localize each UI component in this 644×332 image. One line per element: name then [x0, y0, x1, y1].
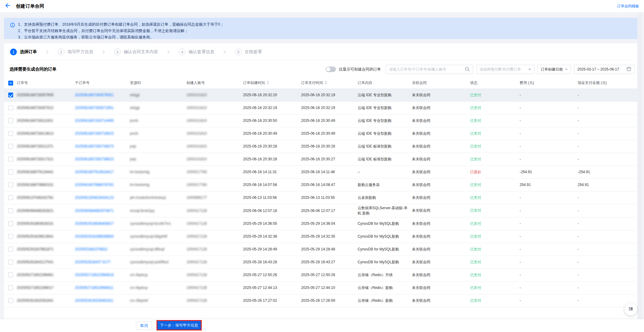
column-header: 费用 (元): [508, 78, 568, 89]
status-badge-td: 已支付: [470, 140, 508, 153]
sub-order-link-td: 2025061304816434123: [75, 191, 130, 204]
cash-amount-cell-td: -: [568, 153, 640, 166]
order-no-cell-td: 202505291837881871: [17, 243, 75, 256]
order-content-cell: --: [358, 170, 360, 174]
order-content-cell-td: 云端 IDE 标准型新购: [358, 153, 412, 166]
row-checkbox[interactable]: [8, 144, 13, 149]
related-contract-cell-td: 未关联合同: [412, 243, 470, 256]
paid-time-cell: 2025-05-27 12:50:26: [301, 273, 335, 277]
sub-order-link[interactable]: 2025052818437 8177: [75, 260, 111, 264]
column-settings-button[interactable]: [624, 303, 637, 316]
row-checkbox[interactable]: [8, 157, 13, 162]
date-field-select[interactable]: 订单创建日期: [537, 65, 571, 74]
paid-time-cell-td: 2025-06-16 20:32:19: [301, 89, 358, 101]
row-checkbox-cell: [4, 243, 17, 256]
back-button[interactable]: [5, 3, 10, 9]
order-no-cell-td: 202505261832081841: [17, 294, 75, 307]
sub-order-link[interactable]: 2025061807888078782: [75, 183, 114, 187]
related-contract-cell-td: 未关联合同: [412, 268, 470, 281]
sub-order-link[interactable]: 2025052718522984818: [75, 273, 114, 277]
filters: 仅显示可创建合同的订单 请输入订单号/子订单号/创建人账号 请选择预付费/后付费…: [326, 65, 635, 74]
sub-order-link[interactable]: 2025060684882974871: [75, 209, 114, 213]
date-field-label: 订单创建日期: [541, 67, 563, 72]
row-checkbox[interactable]: [8, 170, 13, 174]
column-header: 现金支付金额 (元): [568, 78, 640, 89]
resource-id-cell-td: edsjgl: [130, 101, 186, 114]
cash-amount-cell: -: [578, 221, 579, 226]
row-checkbox[interactable]: [8, 247, 13, 252]
sub-order-link[interactable]: 2025061807913618417: [75, 170, 114, 174]
creator-cell: 1000417128: [186, 234, 207, 239]
order-no-cell-td: 202506168726317321: [17, 153, 75, 166]
sub-order-link[interactable]: 2025061304816434123: [75, 195, 114, 200]
creator-cell: 1000101810: [186, 131, 207, 136]
row-checkbox[interactable]: [8, 118, 13, 123]
sub-order-link[interactable]: 2025052918288838883: [75, 234, 114, 239]
sub-order-link[interactable]: 2025061687263734673: [75, 144, 114, 148]
row-checkbox[interactable]: [8, 221, 13, 226]
sort-icon[interactable]: [325, 81, 327, 86]
order-no-cell: 202506168726313613: [17, 131, 53, 136]
order-no-cell: 202505291883828231: [17, 221, 53, 226]
fee-cell: -: [520, 157, 521, 161]
created-time-cell-td: 2025-06-16 20:30:50: [243, 114, 301, 127]
row-checkbox[interactable]: [8, 105, 13, 110]
resource-id-cell: lm-livetomig: [130, 183, 149, 187]
row-checkbox[interactable]: [8, 182, 13, 187]
fee-type-select[interactable]: 请选择预付费/后付费订单: [476, 65, 534, 74]
row-checkbox[interactable]: [8, 260, 13, 265]
order-no-cell-td: 202505271852298481: [17, 268, 75, 281]
table-row: 2025061687263575222025061687263571851eds…: [4, 101, 640, 114]
row-checkbox[interactable]: [8, 234, 13, 239]
row-checkbox[interactable]: [8, 93, 13, 97]
header-checkbox[interactable]: [8, 81, 13, 86]
cancel-button[interactable]: 取消: [136, 322, 152, 330]
cash-amount-cell-td: -: [568, 127, 640, 140]
related-contract-cell: 未关联合同: [412, 286, 430, 290]
resource-id-cell: pvcfc: [130, 131, 138, 136]
sub-order-link[interactable]: 2025061687263579051: [75, 93, 114, 97]
sub-order-link[interactable]: 2025061687263718623: [75, 131, 114, 136]
sub-order-link[interactable]: 2025061687263571851: [75, 106, 114, 110]
row-checkbox[interactable]: [8, 285, 13, 290]
next-step-button[interactable]: 下一步：填写甲方信息: [157, 321, 201, 330]
creator-cell-td: 1000417128: [186, 281, 243, 294]
paid-time-cell: 2025-05-26 17:26:59: [301, 298, 335, 303]
sub-order-link[interactable]: 2025052718523984811: [75, 286, 113, 290]
sub-order-link[interactable]: 2025061687263738623: [75, 157, 114, 161]
row-checkbox[interactable]: [8, 272, 13, 277]
order-no-cell: 202506168726317321: [17, 157, 53, 161]
sub-order-link[interactable]: 2025061687263714495: [75, 119, 114, 123]
search-icon[interactable]: [465, 67, 470, 72]
related-contract-cell-td: 未关联合同: [412, 89, 470, 101]
paid-time-cell: 2025-06-16 20:30:49: [301, 119, 335, 123]
order-content-cell: 云存储（Redis）新购: [358, 298, 393, 303]
resource-id-cell-td: crs-9qxkcp: [130, 268, 186, 281]
creator-cell-td: 1000898177: [186, 191, 243, 204]
row-checkbox-cell: [4, 140, 17, 153]
page-scrollbar[interactable]: [637, 12, 642, 332]
search-input[interactable]: 请输入订单号/子订单号/创建人账号: [386, 65, 473, 74]
sort-icon[interactable]: [267, 81, 269, 86]
related-contract-cell-td: 未关联合同: [412, 140, 470, 153]
step-chevron-icon: [223, 50, 226, 54]
related-contract-cell: 未关联合同: [412, 93, 430, 97]
sub-order-link[interactable]: 2025052618328481811: [75, 298, 113, 303]
row-checkbox[interactable]: [8, 195, 13, 200]
fee-cell: -: [520, 221, 521, 226]
order-contract-template-link[interactable]: 订单合同模板: [617, 4, 639, 9]
cash-amount-cell: -: [578, 260, 579, 264]
row-checkbox[interactable]: [8, 208, 13, 213]
date-range-picker[interactable]: 2025-03-17 ~ 2025-06-17: [574, 65, 635, 74]
column-header-label: 关联合同: [412, 81, 427, 85]
created-time-cell-td: 2025-06-16 20:30:28: [243, 153, 301, 166]
row-checkbox[interactable]: [8, 298, 13, 303]
order-content-cell-td: 云端 IDE 专业型新购: [358, 127, 412, 140]
row-checkbox[interactable]: [8, 131, 13, 136]
show-creatable-only-toggle[interactable]: [326, 67, 336, 72]
paid-time-cell: 2025-06-16 20:32:19: [301, 106, 335, 110]
sub-order-link[interactable]: 2025051882378822: [75, 247, 108, 251]
created-time-cell-td: 2025-06-16 14:07:56: [243, 178, 301, 191]
step-3: 3确认合同文本内容: [114, 49, 158, 55]
sub-order-link[interactable]: 2025052918838483827: [75, 221, 114, 226]
